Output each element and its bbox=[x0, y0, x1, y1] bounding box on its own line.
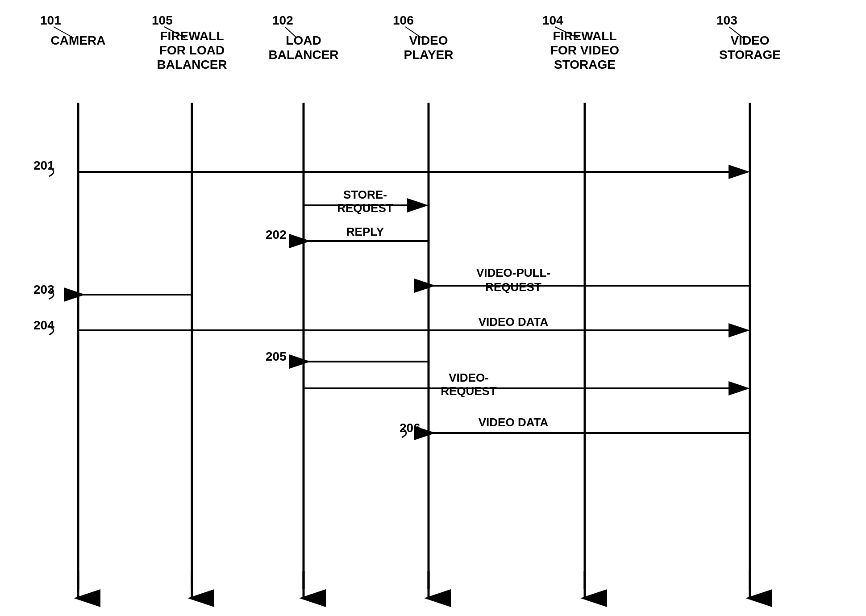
svg-text:103: 103 bbox=[716, 13, 737, 27]
entity-105-line2: FOR LOAD bbox=[159, 43, 225, 57]
msg-video-request-line1: VIDEO- bbox=[449, 371, 489, 384]
svg-text:106: 106 bbox=[393, 13, 414, 27]
entity-105-line3: BALANCER bbox=[157, 58, 227, 71]
step-203-ref: 203 bbox=[33, 283, 54, 296]
entity-103-line2: STORAGE bbox=[719, 48, 781, 62]
step-201-ref: 201 bbox=[33, 158, 54, 172]
entity-101-label: CAMERA bbox=[51, 33, 106, 47]
entity-104-line2: FOR VIDEO bbox=[550, 43, 619, 57]
svg-text:104: 104 bbox=[542, 13, 563, 27]
svg-text:102: 102 bbox=[272, 13, 293, 27]
msg-video-request-line2: REQUEST bbox=[441, 384, 497, 398]
msg-store-request-line1: STORE- bbox=[343, 188, 387, 201]
entity-105-line1: FIREWALL bbox=[160, 29, 224, 43]
msg-video-data-1: VIDEO DATA bbox=[479, 315, 549, 329]
entity-102-line1: LOAD bbox=[286, 33, 321, 47]
step-202-ref: 202 bbox=[266, 228, 287, 241]
entity-106-line1: VIDEO bbox=[409, 33, 448, 47]
svg-text:101: 101 bbox=[40, 13, 61, 27]
entity-104-line3: STORAGE bbox=[554, 58, 616, 71]
msg-video-pull-request-line1: VIDEO-PULL- bbox=[476, 266, 550, 279]
step-204-ref: 204 bbox=[33, 318, 54, 332]
step-206-ref: 206 bbox=[400, 421, 421, 435]
svg-text:105: 105 bbox=[152, 13, 173, 27]
msg-video-data-2: VIDEO DATA bbox=[479, 416, 549, 429]
msg-store-request-line2: REQUEST bbox=[337, 201, 393, 215]
entity-104-line1: FIREWALL bbox=[553, 29, 616, 43]
entity-103-line1: VIDEO bbox=[730, 33, 769, 47]
step-205-ref: 205 bbox=[266, 350, 287, 363]
msg-reply: REPLY bbox=[346, 225, 384, 238]
msg-video-pull-request-line2: REQUEST bbox=[485, 280, 541, 294]
entity-106-line2: PLAYER bbox=[404, 48, 453, 62]
entity-102-line2: BALANCER bbox=[268, 48, 338, 62]
